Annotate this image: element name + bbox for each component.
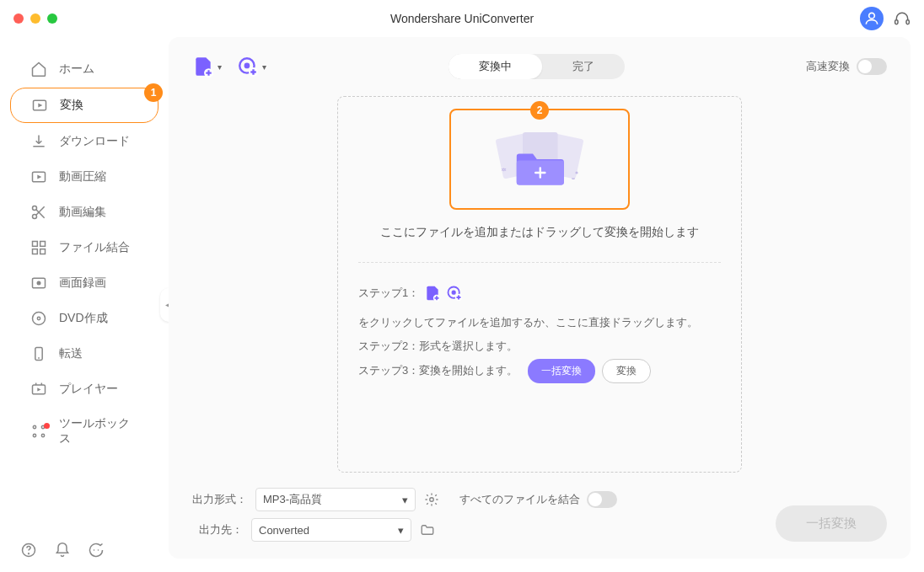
merge-toggle[interactable] xyxy=(587,491,617,508)
disc-icon xyxy=(30,310,47,327)
sidebar-item-label: プレイヤー xyxy=(59,382,118,397)
speed-toggle[interactable] xyxy=(857,58,887,75)
svg-point-8 xyxy=(33,215,37,219)
batch-convert-button[interactable]: 一括変換 xyxy=(528,359,595,383)
drop-box[interactable]: 2 xyxy=(449,109,630,210)
chevron-down-icon: ▾ xyxy=(402,494,408,506)
user-icon xyxy=(863,10,880,27)
feedback-icon[interactable] xyxy=(88,542,105,559)
sidebar-item-record[interactable]: 画面録画 xyxy=(10,266,158,300)
sidebar-item-label: ファイル結合 xyxy=(59,240,130,255)
svg-rect-12 xyxy=(40,242,46,247)
tab-converting[interactable]: 変換中 xyxy=(449,54,542,79)
sidebar-item-home[interactable]: ホーム xyxy=(10,52,158,86)
step-2: ステップ2：形式を選択します。 xyxy=(358,334,721,359)
badge-2: 2 xyxy=(530,101,549,120)
device-icon xyxy=(30,345,47,362)
svg-point-25 xyxy=(33,425,35,428)
sidebar-item-label: DVD作成 xyxy=(59,311,108,326)
svg-rect-1 xyxy=(895,20,898,24)
svg-point-28 xyxy=(41,434,44,436)
svg-point-17 xyxy=(33,313,46,325)
svg-point-46 xyxy=(430,498,434,502)
add-file-button[interactable]: ▾ xyxy=(192,56,222,78)
user-avatar[interactable] xyxy=(860,7,884,30)
batch-convert-main-button[interactable]: 一括変換 xyxy=(776,505,887,542)
bell-icon[interactable] xyxy=(54,542,71,559)
sidebar-item-edit[interactable]: 動画編集 xyxy=(10,195,158,229)
sidebar-item-transfer[interactable]: 転送 xyxy=(10,337,158,371)
compress-icon xyxy=(30,168,47,185)
sidebar-item-download[interactable]: ダウンロード xyxy=(10,125,158,158)
drop-text: ここにファイルを追加またはドラッグして変換を開始します xyxy=(380,225,699,240)
sidebar-item-dvd[interactable]: DVD作成 xyxy=(10,302,158,335)
sidebar-item-convert[interactable]: 変換 1 xyxy=(10,88,158,123)
status-tabs: 変換中 完了 xyxy=(449,54,625,79)
close-window-button[interactable] xyxy=(13,13,24,24)
home-icon xyxy=(30,61,47,78)
sidebar-item-label: 動画圧縮 xyxy=(59,169,106,184)
sidebar-item-label: ホーム xyxy=(59,61,94,77)
sidebar-item-label: 変換 xyxy=(60,98,83,113)
sidebar-item-player[interactable]: プレイヤー xyxy=(10,372,158,406)
player-icon xyxy=(30,381,47,398)
svg-point-7 xyxy=(33,206,37,211)
svg-rect-14 xyxy=(40,249,46,254)
svg-point-30 xyxy=(29,553,30,554)
svg-point-31 xyxy=(94,549,95,551)
file-add-icon xyxy=(192,56,214,78)
dest-select[interactable]: Converted ▾ xyxy=(251,518,411,542)
notification-dot xyxy=(44,423,50,429)
folder-illustration xyxy=(485,126,594,193)
step-3: ステップ3：変換を開始します。 一括変換 変換 xyxy=(358,359,721,383)
dest-label: 出力先： xyxy=(192,522,243,537)
svg-marker-6 xyxy=(37,175,41,179)
svg-rect-11 xyxy=(33,242,38,247)
sidebar-item-label: ダウンロード xyxy=(59,134,130,149)
disc-add-icon xyxy=(446,285,463,302)
svg-point-32 xyxy=(98,549,99,551)
svg-point-16 xyxy=(37,281,41,286)
titlebar: Wondershare UniConverter xyxy=(0,0,924,37)
sidebar-item-toolbox[interactable]: ツールボックス xyxy=(10,408,158,455)
sidebar-item-compress[interactable]: 動画圧縮 xyxy=(10,160,158,194)
chevron-down-icon: ▾ xyxy=(218,62,222,72)
step-1: ステップ1： をクリックしてファイルを追加するか、ここに直接ドラッグします。 xyxy=(358,281,721,334)
convert-icon xyxy=(31,97,48,114)
svg-marker-4 xyxy=(38,104,42,108)
help-icon[interactable] xyxy=(20,542,37,559)
folder-icon[interactable] xyxy=(420,522,435,537)
content-area: ▾ ▾ 変換中 完了 高速変換 2 xyxy=(169,37,911,559)
sidebar-item-label: 画面録画 xyxy=(59,275,106,291)
download-icon xyxy=(30,133,47,150)
settings-icon[interactable] xyxy=(424,492,439,507)
sidebar-item-label: 転送 xyxy=(59,346,83,361)
svg-point-27 xyxy=(33,434,35,436)
window-controls xyxy=(13,13,57,24)
svg-marker-24 xyxy=(37,388,40,391)
svg-rect-13 xyxy=(33,249,38,254)
merge-label: すべてのファイルを結合 xyxy=(459,492,580,507)
format-label: 出力形式： xyxy=(192,492,247,507)
badge-1: 1 xyxy=(144,83,163,102)
svg-point-18 xyxy=(37,317,40,319)
drop-area: 2 ここにファイルを追加またはドラッグして変換を開始します ステップ1： xyxy=(337,96,742,473)
sidebar-item-label: ツールボックス xyxy=(59,416,138,446)
add-disc-button[interactable]: ▾ xyxy=(237,56,266,78)
disc-add-icon xyxy=(237,56,259,78)
minimize-window-button[interactable] xyxy=(30,13,40,24)
record-icon xyxy=(30,275,47,291)
support-icon[interactable] xyxy=(894,10,911,27)
format-select[interactable]: MP3-高品質 ▾ xyxy=(255,488,416,511)
svg-point-41 xyxy=(575,171,578,174)
convert-button[interactable]: 変換 xyxy=(602,359,651,383)
tab-done[interactable]: 完了 xyxy=(542,54,625,79)
chevron-down-icon: ▾ xyxy=(262,62,266,72)
speed-label: 高速変換 xyxy=(806,59,850,74)
file-add-icon xyxy=(424,285,441,302)
sidebar-item-merge[interactable]: ファイル結合 xyxy=(10,231,158,265)
maximize-window-button[interactable] xyxy=(47,13,57,24)
merge-icon xyxy=(30,239,47,256)
app-title: Wondershare UniConverter xyxy=(390,12,534,25)
svg-rect-2 xyxy=(906,20,909,24)
